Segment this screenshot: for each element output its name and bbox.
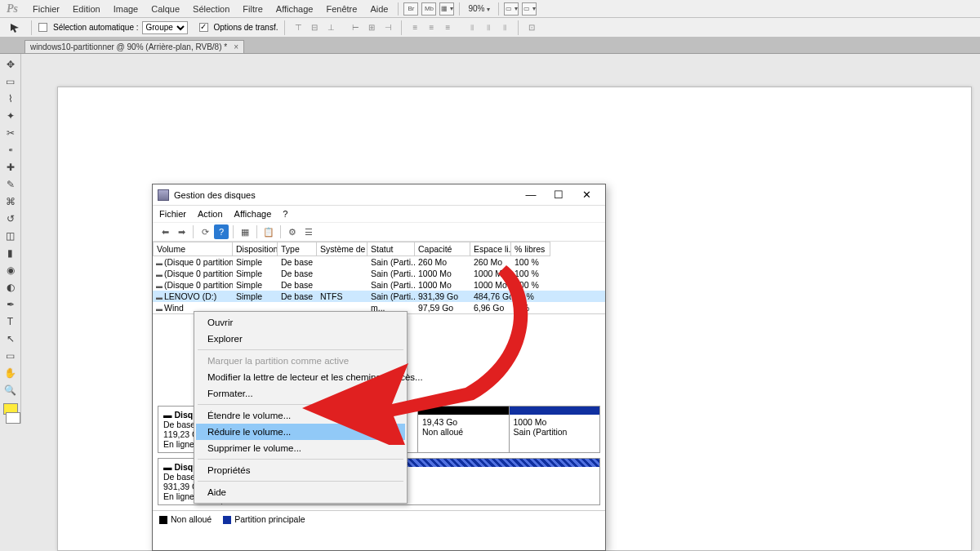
align-vcenter-icon[interactable]: ⊟ bbox=[308, 21, 321, 34]
align-bottom-icon[interactable]: ⊥ bbox=[324, 21, 337, 34]
list-icon[interactable]: ☰ bbox=[301, 224, 316, 239]
close-button[interactable]: ✕ bbox=[572, 186, 600, 204]
view-extras-icon[interactable]: ▦ bbox=[439, 2, 454, 16]
menu-help[interactable]: Aide bbox=[363, 2, 394, 16]
col-status[interactable]: Statut bbox=[368, 242, 415, 256]
col-type[interactable]: Type bbox=[278, 242, 317, 256]
auto-select-checkbox[interactable] bbox=[38, 23, 47, 32]
menu-window[interactable]: Fenêtre bbox=[319, 2, 363, 16]
volume-row[interactable]: LENOVO (D:)SimpleDe baseNTFSSain (Parti.… bbox=[153, 291, 605, 302]
marquee-tool[interactable]: ▭ bbox=[2, 74, 19, 89]
type-tool[interactable]: T bbox=[2, 314, 19, 329]
dodge-tool[interactable]: ◐ bbox=[2, 280, 19, 295]
wand-tool[interactable]: ✦ bbox=[2, 109, 19, 123]
ctx-properties[interactable]: Propriétés bbox=[196, 462, 405, 478]
refresh-icon[interactable]: ⟳ bbox=[198, 224, 212, 239]
properties-icon[interactable]: ⚙ bbox=[285, 224, 300, 239]
align-right-icon[interactable]: ⊣ bbox=[381, 21, 394, 34]
ctx-open[interactable]: Ouvrir bbox=[196, 314, 405, 331]
document-tab[interactable]: windows10-partitionner @ 90% (Arrière-pl… bbox=[24, 40, 244, 53]
window-titlebar[interactable]: Gestion des disques — ☐ ✕ bbox=[153, 184, 605, 206]
distribute-vcenter-icon[interactable]: ≡ bbox=[425, 21, 438, 34]
dm-menu-view[interactable]: Affichage bbox=[234, 209, 272, 219]
col-capacity[interactable]: Capacité bbox=[415, 242, 470, 256]
gradient-tool[interactable]: ▮ bbox=[2, 246, 19, 260]
minimize-button[interactable]: — bbox=[517, 186, 545, 204]
col-free[interactable]: Espace li... bbox=[470, 242, 511, 256]
context-menu: Ouvrir Explorer Marquer la partition com… bbox=[194, 311, 408, 504]
photoshop-menubar: Ps Fichier Edition Image Calque Sélectio… bbox=[0, 0, 980, 18]
ctx-delete-volume[interactable]: Supprimer le volume... bbox=[196, 440, 405, 456]
distribute-left-icon[interactable]: ⦀ bbox=[466, 21, 479, 34]
col-layout[interactable]: Disposition bbox=[233, 242, 278, 256]
forward-icon[interactable]: ➡ bbox=[174, 224, 189, 239]
disk-management-menubar: Fichier Action Affichage ? bbox=[153, 206, 605, 222]
ctx-extend-volume[interactable]: Étendre le volume... bbox=[196, 407, 405, 424]
maximize-button[interactable]: ☐ bbox=[545, 186, 572, 204]
path-tool[interactable]: ↖ bbox=[2, 331, 19, 346]
help-icon[interactable]: ? bbox=[214, 224, 229, 239]
blur-tool[interactable]: ◉ bbox=[2, 263, 19, 278]
arrange-docs-icon[interactable]: ▭ bbox=[504, 2, 519, 16]
menu-filter[interactable]: Filtre bbox=[236, 2, 269, 16]
history-brush-tool[interactable]: ↺ bbox=[2, 211, 19, 226]
menu-view[interactable]: Affichage bbox=[270, 2, 320, 16]
ctx-shrink-volume[interactable]: Réduire le volume... bbox=[196, 424, 405, 440]
dm-menu-action[interactable]: Action bbox=[198, 209, 223, 219]
healing-tool[interactable]: ✚ bbox=[2, 160, 19, 175]
disk-0-partition-1000mo[interactable]: 1000 Mo Sain (Partition bbox=[510, 407, 600, 452]
eraser-tool[interactable]: ◫ bbox=[2, 229, 19, 243]
close-tab-icon[interactable]: × bbox=[234, 42, 238, 51]
move-tool-icon[interactable] bbox=[7, 20, 24, 35]
document-tab-label: windows10-partitionner @ 90% (Arrière-pl… bbox=[30, 42, 227, 51]
dm-menu-file[interactable]: Fichier bbox=[159, 209, 186, 219]
menu-file[interactable]: Fichier bbox=[26, 2, 66, 16]
screen-mode-icon[interactable]: ▭ bbox=[522, 2, 537, 16]
col-fs[interactable]: Système de ... bbox=[317, 242, 368, 256]
disk-0-partition-unallocated[interactable]: 19,43 Go Non alloué bbox=[418, 407, 510, 452]
col-pct[interactable]: % libres bbox=[511, 242, 550, 256]
ctx-help[interactable]: Aide bbox=[196, 484, 405, 500]
volume-row[interactable]: (Disque 0 partition...SimpleDe baseSain … bbox=[153, 279, 605, 291]
photoshop-logo: Ps bbox=[7, 2, 18, 16]
launch-mb-icon[interactable]: Mb bbox=[421, 2, 436, 16]
shape-tool[interactable]: ▭ bbox=[2, 349, 19, 363]
distribute-hcenter-icon[interactable]: ⦀ bbox=[482, 21, 495, 34]
eyedropper-tool[interactable]: ⁌ bbox=[2, 143, 19, 158]
pen-tool[interactable]: ✒ bbox=[2, 297, 19, 312]
stamp-tool[interactable]: ⌘ bbox=[2, 194, 19, 209]
auto-align-icon[interactable]: ⊡ bbox=[525, 21, 538, 34]
volume-row[interactable]: (Disque 0 partition...SimpleDe baseSain … bbox=[153, 268, 605, 279]
lasso-tool[interactable]: ⌇ bbox=[2, 91, 19, 106]
zoom-level[interactable]: 90% bbox=[468, 4, 490, 13]
launch-bridge-icon[interactable]: Br bbox=[403, 2, 418, 16]
align-left-icon[interactable]: ⊢ bbox=[349, 21, 362, 34]
back-icon[interactable]: ⬅ bbox=[158, 224, 172, 239]
hand-tool[interactable]: ✋ bbox=[2, 366, 19, 380]
ctx-format[interactable]: Formater... bbox=[196, 385, 405, 402]
menu-select[interactable]: Sélection bbox=[186, 2, 236, 16]
auto-select-dropdown[interactable]: Groupe bbox=[142, 21, 188, 34]
action-icon[interactable]: 📋 bbox=[261, 224, 276, 239]
ctx-explore[interactable]: Explorer bbox=[196, 331, 405, 347]
align-top-icon[interactable]: ⊤ bbox=[292, 21, 305, 34]
ctx-change-letter[interactable]: Modifier la lettre de lecteur et les che… bbox=[196, 369, 405, 385]
distribute-bottom-icon[interactable]: ≡ bbox=[441, 21, 454, 34]
crop-tool[interactable]: ✂ bbox=[2, 126, 19, 140]
align-hcenter-icon[interactable]: ⊞ bbox=[365, 21, 378, 34]
distribute-top-icon[interactable]: ≡ bbox=[408, 21, 421, 34]
auto-select-label: Sélection automatique : bbox=[53, 23, 139, 32]
col-volume[interactable]: Volume bbox=[153, 242, 233, 256]
background-color-swatch[interactable] bbox=[6, 412, 20, 424]
menu-edit[interactable]: Edition bbox=[66, 2, 107, 16]
move-tool[interactable]: ✥ bbox=[2, 57, 19, 72]
distribute-right-icon[interactable]: ⦀ bbox=[498, 21, 511, 34]
view-icon[interactable]: ▦ bbox=[238, 224, 252, 239]
brush-tool[interactable]: ✎ bbox=[2, 177, 19, 192]
show-transform-checkbox[interactable] bbox=[199, 23, 208, 32]
dm-menu-help[interactable]: ? bbox=[283, 209, 287, 219]
volume-row[interactable]: (Disque 0 partition...SimpleDe baseSain … bbox=[153, 256, 605, 268]
menu-layer[interactable]: Calque bbox=[145, 2, 186, 16]
menu-image[interactable]: Image bbox=[107, 2, 145, 16]
zoom-tool[interactable]: 🔍 bbox=[2, 383, 19, 398]
